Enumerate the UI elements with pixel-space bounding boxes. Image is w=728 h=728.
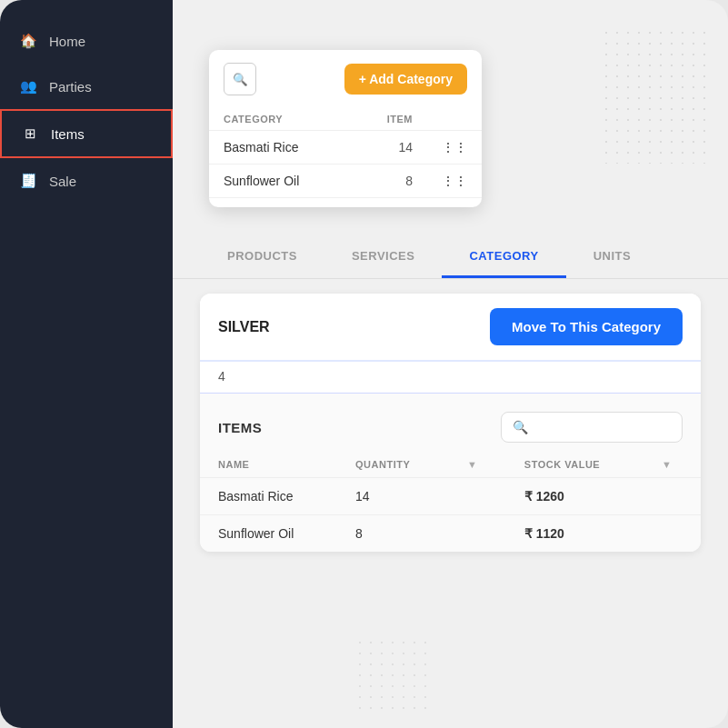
dropdown-row-count: 8 — [353, 165, 427, 198]
item-stock: ₹ 1120 — [506, 515, 643, 553]
dropdown-search-button[interactable]: 🔍 — [224, 63, 256, 95]
col-stock: STOCK VALUE — [506, 452, 643, 478]
dropdown-row-name: Sunflower Oil — [209, 165, 353, 198]
filter-icon-qty: ▼ — [467, 459, 477, 470]
items-icon: ⊞ — [20, 124, 40, 144]
sidebar: 🏠 Home 👥 Parties ⊞ Items 🧾 Sale — [0, 0, 173, 728]
filter-icon-stock: ▼ — [662, 459, 672, 470]
items-table: NAME QUANTITY ▼ STOCK VALUE ▼ — [200, 452, 701, 552]
item-name: Basmati Rice — [200, 478, 337, 515]
sidebar-item-items[interactable]: ⊞ Items — [0, 109, 173, 158]
item-qty: 8 — [337, 515, 449, 553]
item-stock: ₹ 1260 — [506, 478, 643, 515]
dropdown-table-row[interactable]: Sunflower Oil 8 ⋮⋮ — [209, 165, 482, 198]
category-count: 4 — [200, 362, 701, 394]
parties-icon: 👥 — [18, 76, 38, 96]
sidebar-label-items: Items — [51, 126, 85, 142]
col-qty: QUANTITY — [337, 452, 449, 478]
move-to-category-button[interactable]: Move To This Category — [490, 308, 683, 345]
dropdown-col-category: CATEGORY — [209, 108, 353, 131]
item-qty: 14 — [337, 478, 449, 515]
dot-pattern-bottom — [354, 637, 427, 710]
drag-handle: ⋮⋮ — [427, 165, 482, 198]
tab-category[interactable]: CATEGORY — [442, 236, 565, 278]
tab-services[interactable]: SERVICES — [324, 236, 443, 278]
home-icon: 🏠 — [18, 31, 38, 51]
app-container: 🏠 Home 👥 Parties ⊞ Items 🧾 Sale 🔍 — [0, 0, 728, 728]
sidebar-item-home[interactable]: 🏠 Home — [0, 18, 173, 64]
dropdown-table: CATEGORY ITEM Basmati Rice 14 ⋮⋮ Sunflow… — [209, 108, 482, 198]
add-category-label: + Add Category — [359, 72, 453, 86]
item-name: Sunflower Oil — [200, 515, 337, 553]
category-header-row: SILVER Move To This Category — [200, 294, 701, 362]
sidebar-label-home: Home — [49, 34, 85, 49]
sidebar-label-parties: Parties — [49, 79, 92, 95]
main-content: 🔍 + Add Category CATEGORY ITEM Basmati R… — [173, 0, 728, 728]
dropdown-table-row[interactable]: Basmati Rice 14 ⋮⋮ — [209, 131, 482, 165]
items-title: ITEMS — [218, 420, 483, 435]
col-filter-qty[interactable]: ▼ — [449, 452, 506, 478]
category-name: SILVER — [218, 319, 490, 335]
items-search-input[interactable] — [535, 421, 671, 434]
category-dropdown: 🔍 + Add Category CATEGORY ITEM Basmati R… — [209, 50, 482, 207]
sale-icon: 🧾 — [18, 171, 38, 191]
sidebar-item-parties[interactable]: 👥 Parties — [0, 64, 173, 109]
items-search-box: 🔍 — [501, 412, 683, 443]
sidebar-item-sale[interactable]: 🧾 Sale — [0, 158, 173, 204]
tabs-row: PRODUCTS SERVICES CATEGORY UNITS — [173, 236, 728, 279]
col-name: NAME — [200, 452, 337, 478]
search-icon: 🔍 — [233, 73, 248, 86]
dropdown-header: 🔍 + Add Category — [209, 50, 482, 108]
items-table-row: Sunflower Oil 8 ₹ 1120 — [200, 515, 701, 553]
dropdown-col-item: ITEM — [353, 108, 427, 131]
tab-units[interactable]: UNITS — [566, 236, 659, 278]
sidebar-label-sale: Sale — [49, 174, 76, 189]
items-table-row: Basmati Rice 14 ₹ 1260 — [200, 478, 701, 515]
dropdown-row-name: Basmati Rice — [209, 131, 353, 165]
tab-products[interactable]: PRODUCTS — [200, 236, 324, 278]
drag-handle: ⋮⋮ — [427, 131, 482, 165]
dot-pattern-top — [601, 27, 710, 164]
items-header-row: ITEMS 🔍 — [200, 394, 701, 452]
category-section: SILVER Move To This Category 4 ITEMS 🔍 N — [200, 294, 701, 552]
add-category-button[interactable]: + Add Category — [344, 64, 467, 95]
items-section: ITEMS 🔍 NAME QUANTITY ▼ — [200, 394, 701, 552]
dropdown-row-count: 14 — [353, 131, 427, 165]
search-icon: 🔍 — [513, 420, 528, 434]
col-filter-stock[interactable]: ▼ — [643, 452, 701, 478]
